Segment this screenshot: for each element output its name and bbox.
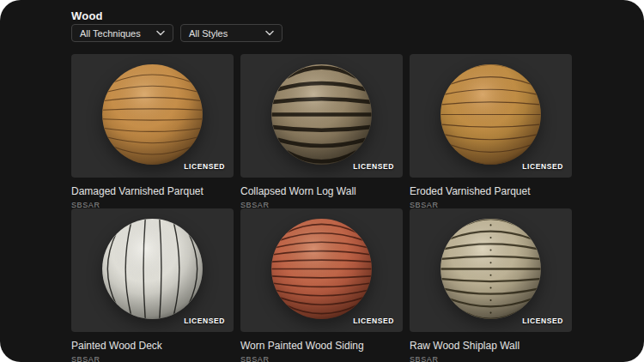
material-thumbnail: LICENSED bbox=[410, 54, 572, 178]
material-card[interactable]: LICENSED Raw Wood Shiplap Wall SBSAR bbox=[410, 208, 572, 362]
licensed-badge: LICENSED bbox=[184, 162, 225, 171]
material-thumbnail: LICENSED bbox=[240, 208, 403, 332]
material-sphere-preview bbox=[100, 62, 205, 167]
filter-styles-label: All Styles bbox=[189, 28, 228, 39]
material-thumbnail: LICENSED bbox=[71, 54, 234, 178]
material-name: Worn Painted Wood Siding bbox=[240, 340, 403, 352]
chevron-down-icon bbox=[265, 30, 274, 36]
material-thumbnail: LICENSED bbox=[240, 54, 403, 178]
material-card[interactable]: LICENSED Painted Wood Deck SBSAR bbox=[71, 208, 234, 362]
licensed-badge: LICENSED bbox=[184, 317, 225, 325]
material-sphere-preview bbox=[438, 62, 544, 167]
material-sphere-preview bbox=[438, 216, 544, 322]
licensed-badge: LICENSED bbox=[522, 317, 563, 325]
material-card[interactable]: LICENSED Collapsed Worn Log Wall SBSAR bbox=[240, 54, 403, 208]
material-thumbnail: LICENSED bbox=[71, 208, 234, 332]
assets-panel: Wood All Techniques All Styles bbox=[0, 0, 644, 362]
materials-grid: LICENSED Damaged Varnished Parquet SBSAR bbox=[71, 54, 572, 362]
licensed-badge: LICENSED bbox=[353, 162, 394, 171]
material-format: SBSAR bbox=[410, 355, 572, 362]
material-card[interactable]: LICENSED Eroded Varnished Parquet SBSAR bbox=[410, 54, 572, 208]
material-thumbnail: LICENSED bbox=[410, 208, 572, 332]
material-sphere-preview bbox=[100, 216, 205, 322]
material-format: SBSAR bbox=[71, 355, 234, 362]
material-card[interactable]: LICENSED Worn Painted Wood Siding SBSAR bbox=[240, 208, 403, 362]
material-sphere-preview bbox=[269, 216, 374, 322]
filter-techniques-label: All Techniques bbox=[80, 28, 141, 39]
licensed-badge: LICENSED bbox=[353, 317, 394, 325]
material-name: Raw Wood Shiplap Wall bbox=[410, 340, 572, 352]
page-title: Wood bbox=[71, 9, 103, 22]
material-name: Painted Wood Deck bbox=[71, 340, 234, 352]
filter-techniques-dropdown[interactable]: All Techniques bbox=[71, 24, 173, 42]
licensed-badge: LICENSED bbox=[522, 162, 563, 171]
material-name: Damaged Varnished Parquet bbox=[71, 185, 234, 197]
filter-styles-dropdown[interactable]: All Styles bbox=[180, 24, 283, 42]
material-card[interactable]: LICENSED Damaged Varnished Parquet SBSAR bbox=[71, 54, 234, 208]
material-name: Eroded Varnished Parquet bbox=[410, 185, 572, 197]
material-sphere-preview bbox=[269, 62, 374, 167]
material-name: Collapsed Worn Log Wall bbox=[240, 185, 403, 197]
chevron-down-icon bbox=[156, 30, 165, 36]
material-format: SBSAR bbox=[240, 355, 403, 362]
